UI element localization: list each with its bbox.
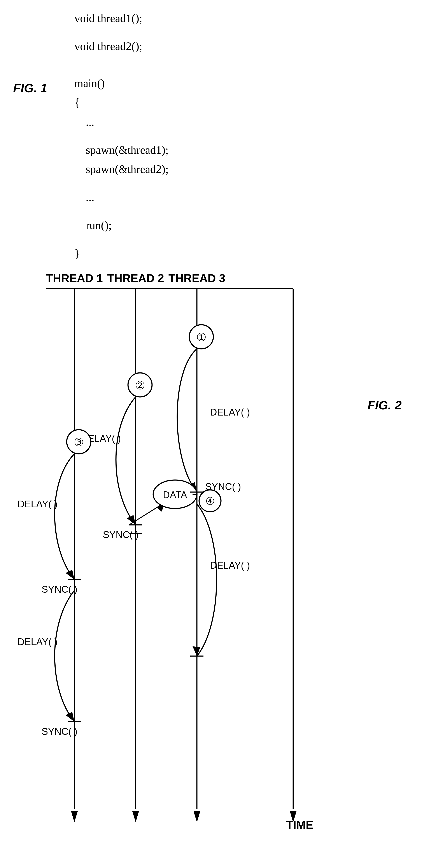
delay-label-t3-1: DELAY( ) [210,407,250,417]
svg-marker-27 [192,646,200,656]
svg-text:④: ④ [205,495,215,507]
timing-diagram: THREAD 1 THREAD 2 THREAD 3 TIME ① DELAY(… [13,262,429,853]
time-label: TIME [286,818,313,831]
delay-label-t1-1: DELAY( ) [18,499,58,509]
code-line-spawn2: spawn(&thread2); [75,160,169,179]
code-block: void thread1(); void thread2(); main() {… [75,9,169,263]
sync-label-t1-2: SYNC( ) [41,726,78,737]
svg-text:③: ③ [74,436,84,448]
code-line-2: void thread2(); [75,37,169,56]
code-line-run: run(); [75,216,169,235]
svg-marker-4 [132,811,139,822]
svg-text:①: ① [196,331,207,344]
code-line-open-brace: { [75,93,169,112]
svg-text:②: ② [135,379,145,392]
svg-marker-17 [66,570,75,580]
code-line-1: void thread1(); [75,9,169,28]
svg-marker-6 [194,811,200,822]
thread1-header: THREAD 1 [46,272,103,284]
code-line-spawn1: spawn(&thread1); [75,141,169,160]
code-line-ellipsis2: ... [75,188,169,207]
fig1-label: FIG. 1 [13,81,47,95]
diagram-section: THREAD 1 THREAD 2 THREAD 3 TIME ① DELAY(… [13,262,429,853]
data-label: DATA [163,490,187,500]
sync-label-t2: SYNC( ) [103,529,139,540]
delay-label-t1-2: DELAY( ) [18,637,58,647]
code-line-ellipsis1: ... [75,113,169,132]
thread2-header: THREAD 2 [107,272,164,284]
code-line-close-brace: } [75,244,169,263]
svg-marker-29 [66,712,75,722]
svg-marker-2 [71,811,78,822]
thread3-header: THREAD 3 [169,272,225,284]
code-line-main: main() [75,74,169,93]
